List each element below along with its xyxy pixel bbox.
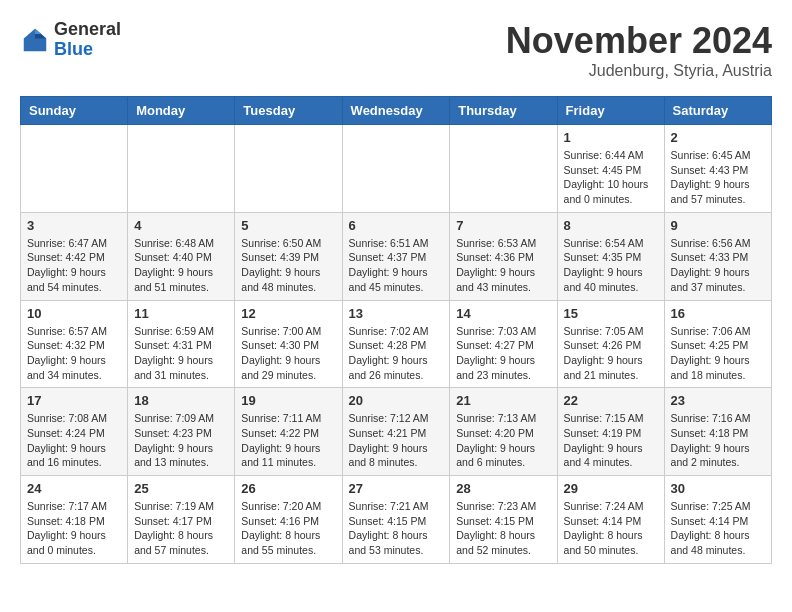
calendar-day-header: Sunday (21, 97, 128, 125)
day-info: Sunrise: 7:15 AM Sunset: 4:19 PM Dayligh… (564, 411, 658, 470)
day-number: 6 (349, 218, 444, 233)
calendar-day-header: Thursday (450, 97, 557, 125)
calendar-day-cell: 17Sunrise: 7:08 AM Sunset: 4:24 PM Dayli… (21, 388, 128, 476)
calendar-day-cell: 22Sunrise: 7:15 AM Sunset: 4:19 PM Dayli… (557, 388, 664, 476)
logo-icon (20, 25, 50, 55)
calendar-week-row: 24Sunrise: 7:17 AM Sunset: 4:18 PM Dayli… (21, 476, 772, 564)
calendar-day-cell: 2Sunrise: 6:45 AM Sunset: 4:43 PM Daylig… (664, 125, 771, 213)
calendar-day-header: Wednesday (342, 97, 450, 125)
logo-text: General Blue (54, 20, 121, 60)
title-area: November 2024 Judenburg, Styria, Austria (506, 20, 772, 80)
day-info: Sunrise: 6:51 AM Sunset: 4:37 PM Dayligh… (349, 236, 444, 295)
day-info: Sunrise: 6:47 AM Sunset: 4:42 PM Dayligh… (27, 236, 121, 295)
day-info: Sunrise: 7:03 AM Sunset: 4:27 PM Dayligh… (456, 324, 550, 383)
calendar-header-row: SundayMondayTuesdayWednesdayThursdayFrid… (21, 97, 772, 125)
calendar-day-cell: 24Sunrise: 7:17 AM Sunset: 4:18 PM Dayli… (21, 476, 128, 564)
calendar-day-cell: 29Sunrise: 7:24 AM Sunset: 4:14 PM Dayli… (557, 476, 664, 564)
day-info: Sunrise: 7:23 AM Sunset: 4:15 PM Dayligh… (456, 499, 550, 558)
logo-blue-text: Blue (54, 39, 93, 59)
calendar-week-row: 10Sunrise: 6:57 AM Sunset: 4:32 PM Dayli… (21, 300, 772, 388)
day-number: 11 (134, 306, 228, 321)
calendar-day-cell (342, 125, 450, 213)
day-number: 24 (27, 481, 121, 496)
day-info: Sunrise: 7:09 AM Sunset: 4:23 PM Dayligh… (134, 411, 228, 470)
logo-general-text: General (54, 19, 121, 39)
day-number: 4 (134, 218, 228, 233)
calendar-day-header: Saturday (664, 97, 771, 125)
day-number: 23 (671, 393, 765, 408)
day-info: Sunrise: 7:06 AM Sunset: 4:25 PM Dayligh… (671, 324, 765, 383)
calendar-day-cell: 4Sunrise: 6:48 AM Sunset: 4:40 PM Daylig… (128, 212, 235, 300)
calendar-day-cell: 21Sunrise: 7:13 AM Sunset: 4:20 PM Dayli… (450, 388, 557, 476)
day-number: 27 (349, 481, 444, 496)
day-number: 2 (671, 130, 765, 145)
day-info: Sunrise: 7:05 AM Sunset: 4:26 PM Dayligh… (564, 324, 658, 383)
day-info: Sunrise: 6:59 AM Sunset: 4:31 PM Dayligh… (134, 324, 228, 383)
calendar-week-row: 3Sunrise: 6:47 AM Sunset: 4:42 PM Daylig… (21, 212, 772, 300)
month-title: November 2024 (506, 20, 772, 62)
day-number: 19 (241, 393, 335, 408)
day-number: 10 (27, 306, 121, 321)
calendar-table: SundayMondayTuesdayWednesdayThursdayFrid… (20, 96, 772, 564)
location-subtitle: Judenburg, Styria, Austria (506, 62, 772, 80)
day-info: Sunrise: 7:02 AM Sunset: 4:28 PM Dayligh… (349, 324, 444, 383)
day-info: Sunrise: 7:13 AM Sunset: 4:20 PM Dayligh… (456, 411, 550, 470)
calendar-week-row: 1Sunrise: 6:44 AM Sunset: 4:45 PM Daylig… (21, 125, 772, 213)
calendar-day-cell: 20Sunrise: 7:12 AM Sunset: 4:21 PM Dayli… (342, 388, 450, 476)
calendar-day-cell: 14Sunrise: 7:03 AM Sunset: 4:27 PM Dayli… (450, 300, 557, 388)
day-number: 1 (564, 130, 658, 145)
calendar-day-cell: 9Sunrise: 6:56 AM Sunset: 4:33 PM Daylig… (664, 212, 771, 300)
calendar-day-cell: 23Sunrise: 7:16 AM Sunset: 4:18 PM Dayli… (664, 388, 771, 476)
day-number: 29 (564, 481, 658, 496)
calendar-day-cell: 26Sunrise: 7:20 AM Sunset: 4:16 PM Dayli… (235, 476, 342, 564)
day-info: Sunrise: 7:25 AM Sunset: 4:14 PM Dayligh… (671, 499, 765, 558)
day-info: Sunrise: 7:21 AM Sunset: 4:15 PM Dayligh… (349, 499, 444, 558)
day-info: Sunrise: 7:17 AM Sunset: 4:18 PM Dayligh… (27, 499, 121, 558)
calendar-day-cell: 5Sunrise: 6:50 AM Sunset: 4:39 PM Daylig… (235, 212, 342, 300)
calendar-day-cell: 25Sunrise: 7:19 AM Sunset: 4:17 PM Dayli… (128, 476, 235, 564)
day-number: 3 (27, 218, 121, 233)
day-number: 20 (349, 393, 444, 408)
day-number: 14 (456, 306, 550, 321)
calendar-day-cell: 16Sunrise: 7:06 AM Sunset: 4:25 PM Dayli… (664, 300, 771, 388)
calendar-day-cell: 8Sunrise: 6:54 AM Sunset: 4:35 PM Daylig… (557, 212, 664, 300)
day-info: Sunrise: 6:57 AM Sunset: 4:32 PM Dayligh… (27, 324, 121, 383)
day-number: 8 (564, 218, 658, 233)
calendar-day-cell: 10Sunrise: 6:57 AM Sunset: 4:32 PM Dayli… (21, 300, 128, 388)
page-header: General Blue November 2024 Judenburg, St… (20, 20, 772, 80)
calendar-day-cell (128, 125, 235, 213)
day-number: 7 (456, 218, 550, 233)
calendar-day-cell: 7Sunrise: 6:53 AM Sunset: 4:36 PM Daylig… (450, 212, 557, 300)
calendar-day-cell: 1Sunrise: 6:44 AM Sunset: 4:45 PM Daylig… (557, 125, 664, 213)
calendar-day-header: Monday (128, 97, 235, 125)
day-number: 12 (241, 306, 335, 321)
day-info: Sunrise: 6:50 AM Sunset: 4:39 PM Dayligh… (241, 236, 335, 295)
day-number: 26 (241, 481, 335, 496)
day-number: 9 (671, 218, 765, 233)
calendar-day-cell: 27Sunrise: 7:21 AM Sunset: 4:15 PM Dayli… (342, 476, 450, 564)
day-info: Sunrise: 6:54 AM Sunset: 4:35 PM Dayligh… (564, 236, 658, 295)
day-number: 5 (241, 218, 335, 233)
day-number: 15 (564, 306, 658, 321)
day-number: 18 (134, 393, 228, 408)
day-info: Sunrise: 7:11 AM Sunset: 4:22 PM Dayligh… (241, 411, 335, 470)
day-info: Sunrise: 7:12 AM Sunset: 4:21 PM Dayligh… (349, 411, 444, 470)
day-number: 28 (456, 481, 550, 496)
day-number: 22 (564, 393, 658, 408)
calendar-day-cell (235, 125, 342, 213)
day-info: Sunrise: 7:24 AM Sunset: 4:14 PM Dayligh… (564, 499, 658, 558)
calendar-day-cell (21, 125, 128, 213)
day-info: Sunrise: 6:44 AM Sunset: 4:45 PM Dayligh… (564, 148, 658, 207)
day-number: 16 (671, 306, 765, 321)
day-info: Sunrise: 7:08 AM Sunset: 4:24 PM Dayligh… (27, 411, 121, 470)
calendar-day-cell: 15Sunrise: 7:05 AM Sunset: 4:26 PM Dayli… (557, 300, 664, 388)
day-number: 21 (456, 393, 550, 408)
day-info: Sunrise: 6:53 AM Sunset: 4:36 PM Dayligh… (456, 236, 550, 295)
calendar-day-header: Tuesday (235, 97, 342, 125)
calendar-day-cell: 13Sunrise: 7:02 AM Sunset: 4:28 PM Dayli… (342, 300, 450, 388)
day-info: Sunrise: 6:56 AM Sunset: 4:33 PM Dayligh… (671, 236, 765, 295)
calendar-day-cell: 18Sunrise: 7:09 AM Sunset: 4:23 PM Dayli… (128, 388, 235, 476)
calendar-day-cell: 11Sunrise: 6:59 AM Sunset: 4:31 PM Dayli… (128, 300, 235, 388)
calendar-day-cell: 3Sunrise: 6:47 AM Sunset: 4:42 PM Daylig… (21, 212, 128, 300)
day-info: Sunrise: 6:48 AM Sunset: 4:40 PM Dayligh… (134, 236, 228, 295)
